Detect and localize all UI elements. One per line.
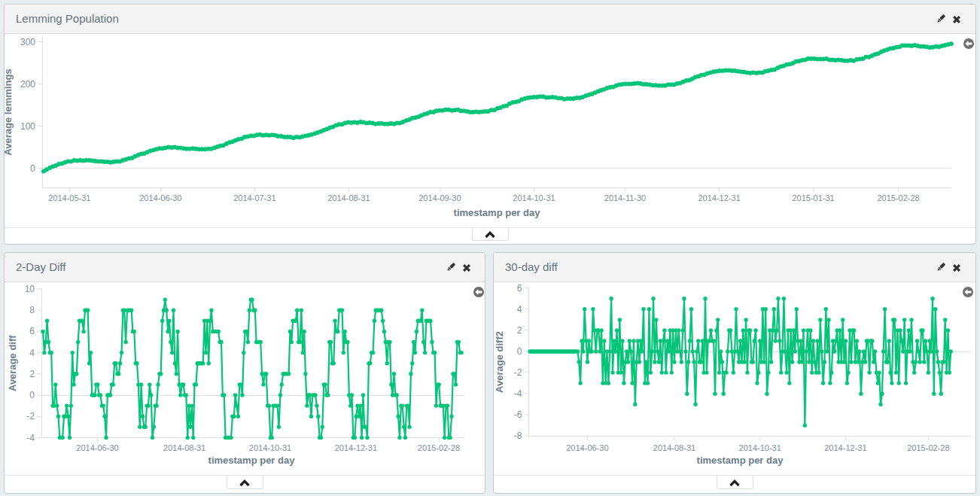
svg-text:2014-05-31: 2014-05-31 [48, 193, 90, 202]
svg-text:timestamp per day: timestamp per day [208, 455, 296, 466]
svg-text:2: 2 [517, 325, 522, 336]
svg-text:2014-08-31: 2014-08-31 [163, 443, 205, 452]
svg-text:-6: -6 [514, 409, 522, 420]
svg-text:timestamp per day: timestamp per day [697, 455, 784, 466]
svg-text:-4: -4 [26, 433, 35, 443]
svg-text:Average diff2: Average diff2 [494, 331, 505, 393]
svg-text:-2: -2 [26, 411, 35, 421]
svg-text:2014-10-31: 2014-10-31 [739, 443, 781, 452]
svg-text:4: 4 [517, 304, 522, 315]
svg-text:6: 6 [517, 283, 522, 294]
svg-text:2014-08-31: 2014-08-31 [653, 443, 695, 452]
svg-text:2014-06-30: 2014-06-30 [566, 443, 608, 452]
svg-text:2015-02-28: 2015-02-28 [877, 193, 919, 202]
svg-text:2014-12-31: 2014-12-31 [335, 443, 377, 452]
svg-text:2014-12-31: 2014-12-31 [824, 443, 866, 452]
svg-text:0: 0 [517, 346, 522, 357]
svg-text:-2: -2 [514, 367, 522, 378]
svg-text:2014-12-31: 2014-12-31 [698, 193, 740, 202]
svg-text:-4: -4 [514, 388, 522, 399]
svg-text:2014-11-30: 2014-11-30 [604, 193, 646, 202]
svg-text:0: 0 [29, 390, 35, 400]
svg-text:8: 8 [29, 305, 35, 315]
svg-text:10: 10 [25, 284, 35, 294]
svg-text:0: 0 [30, 163, 35, 174]
svg-text:-8: -8 [514, 431, 522, 441]
svg-text:Average lemmings: Average lemmings [5, 68, 14, 155]
svg-text:300: 300 [20, 37, 35, 47]
svg-text:6: 6 [29, 326, 35, 336]
svg-text:200: 200 [20, 79, 35, 90]
svg-text:4: 4 [29, 348, 35, 358]
svg-text:timestamp per day: timestamp per day [454, 207, 541, 218]
svg-text:2015-01-31: 2015-01-31 [792, 193, 834, 202]
svg-text:100: 100 [20, 121, 35, 132]
svg-text:2014-09-30: 2014-09-30 [418, 193, 461, 202]
svg-text:2014-10-31: 2014-10-31 [513, 193, 555, 202]
svg-text:2015-02-28: 2015-02-28 [418, 443, 460, 452]
svg-text:2: 2 [29, 369, 35, 379]
svg-text:2014-06-30: 2014-06-30 [139, 193, 181, 202]
svg-text:2014-10-31: 2014-10-31 [249, 443, 291, 452]
svg-text:2014-08-31: 2014-08-31 [327, 193, 370, 202]
svg-text:2014-06-30: 2014-06-30 [76, 443, 118, 452]
svg-text:2015-02-28: 2015-02-28 [907, 443, 949, 452]
svg-text:2014-07-31: 2014-07-31 [233, 193, 275, 202]
svg-text:Average diff: Average diff [7, 335, 18, 391]
